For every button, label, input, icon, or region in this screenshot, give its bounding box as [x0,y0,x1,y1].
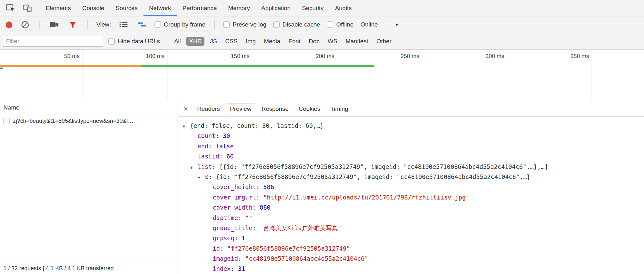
filter-type-css[interactable]: CSS [222,37,240,46]
json-text: : [256,194,263,201]
tabbar-icons [0,0,36,16]
checkbox-label: Offline [336,21,354,28]
timeline-tick-label: 300 ms [485,53,504,60]
json-number: 60 [227,153,234,160]
close-icon[interactable]: × [180,104,191,114]
checkbox-box[interactable] [108,38,115,45]
json-key: imageid [213,255,238,262]
json-text: : [256,183,263,190]
json-text: : [252,224,260,231]
json-string: "台湾美女Kila户外唯美写真" [260,224,342,231]
filter-type-font[interactable]: Font [286,37,303,46]
checkbox-label: Preserve log [233,21,266,28]
json-text: : [208,143,216,150]
chevron-down-icon: ▼ [395,22,399,27]
request-row[interactable]: zj?ch=beauty&t1=595&listtype=new&sn=30&l… [0,114,178,128]
detail-tab-preview[interactable]: Preview [226,104,256,114]
record-icon[interactable] [6,21,12,28]
filter-type-xhr[interactable]: XHR [186,37,204,46]
tree-expand-arrow[interactable]: ▼ [183,122,190,132]
waterfall-view-icon[interactable] [136,19,148,30]
disable-cache-checkbox[interactable]: Disable cache [273,21,320,28]
filter-type-img[interactable]: Img [243,37,259,46]
small-rows-view-icon[interactable] [118,19,129,30]
tree-expand-arrow[interactable]: ▼ [190,163,197,173]
tab-network[interactable]: Network [143,0,177,16]
json-text: {end: false, count: 30, lastid: 60,…} [190,122,324,129]
hide-data-urls-checkbox[interactable]: Hide data URLs [108,38,160,45]
filter-icon[interactable] [67,19,78,30]
filter-type-js[interactable]: JS [207,37,220,46]
filter-type-doc[interactable]: Doc [306,37,322,46]
json-number: 30 [223,132,230,139]
detail-tab-cookies[interactable]: Cookies [295,104,325,114]
offline-checkbox[interactable]: Offline [327,21,354,28]
device-toolbar-icon[interactable] [21,3,33,14]
network-main: Name zj?ch=beauty&t1=595&listtype=new&sn… [0,101,644,274]
request-checkbox[interactable] [3,118,10,124]
timeline-overview[interactable]: 50 ms100 ms150 ms200 ms250 ms300 ms350 m… [0,50,644,101]
timeline-gridline [167,50,167,101]
timeline-gridline [507,50,507,101]
filter-type-list: AllXHRJSCSSImgMediaFontDocWSManifestOthe… [171,37,394,46]
tab-security[interactable]: Security [296,0,330,16]
name-header-label: Name [3,104,20,111]
group-by-frame-checkbox[interactable]: Group by frame [155,21,205,28]
checkbox-box[interactable] [327,21,333,28]
tab-memory[interactable]: Memory [222,0,256,16]
tab-audits[interactable]: Audits [329,0,357,16]
preview-tree-row: grpseq: 1 [178,233,644,243]
waterfall-bar [0,68,3,69]
filter-type-manifest[interactable]: Manifest [343,37,371,46]
json-text: : [234,235,242,241]
filter-input[interactable] [3,36,103,47]
filter-type-media[interactable]: Media [261,37,283,46]
preview-tree-row[interactable]: ▼{end: false, count: 30, lastid: 60,…} [178,121,644,131]
json-key: count [197,132,216,139]
requests-empty-area [0,128,178,263]
tab-application[interactable]: Application [256,0,296,16]
tab-performance[interactable]: Performance [177,0,222,16]
detail-tab-response[interactable]: Response [257,104,293,114]
filter-type-other[interactable]: Other [374,37,394,46]
timeline-tick-label: 50 ms [64,53,80,60]
timeline-tick-label: 250 ms [401,53,419,60]
timeline-gridline [422,50,422,101]
detail-tab-timing[interactable]: Timing [326,104,352,114]
tab-console[interactable]: Console [76,0,110,16]
tab-sources[interactable]: Sources [110,0,143,16]
checkbox-label: Group by frame [164,21,205,28]
json-text: : [{id: "ff276e8056f58896e7cf92505a31274… [212,163,548,170]
inspect-element-icon[interactable] [5,3,16,14]
detail-tab-strip: × HeadersPreviewResponseCookiesTiming [178,101,644,117]
name-column-header[interactable]: Name [0,101,178,114]
tab-elements[interactable]: Elements [40,0,76,16]
preview-pane[interactable]: ▼{end: false, count: 30, lastid: 60,…}co… [178,117,644,274]
json-text: : [252,204,260,211]
filter-type-all[interactable]: All [171,37,184,46]
checkbox-box[interactable] [273,21,280,28]
json-key: cover_imgurl [213,194,256,201]
throttling-select[interactable]: Online ▼ [361,21,399,28]
checkbox-box[interactable] [223,21,230,28]
preview-tree-row[interactable]: ▼0: {id: "ff276e8056f58896e7cf92505a3127… [178,172,644,182]
checkbox-box[interactable] [155,21,161,28]
status-text: 1 / 32 requests | 4.1 KB / 4.1 KB transf… [3,265,114,272]
json-number: false [216,143,234,150]
preserve-log-checkbox[interactable]: Preserve log [223,21,266,28]
throttling-value: Online [361,21,378,28]
filter-type-ws[interactable]: WS [325,37,340,46]
detail-tab-list: HeadersPreviewResponseCookiesTiming [193,104,352,114]
divider [38,3,38,13]
preview-tree-row: lastid: 60 [178,151,644,161]
json-key: cover_width [213,204,252,211]
detail-tab-headers[interactable]: Headers [193,104,224,114]
json-number: 880 [260,204,270,211]
clear-icon[interactable] [19,19,31,30]
capture-screenshots-icon[interactable] [49,19,60,30]
network-toolbar: View: Group by frame Preserve log Disa [0,16,644,33]
preview-tree-row[interactable]: ▼list: [{id: "ff276e8056f58896e7cf92505a… [178,162,644,172]
json-string: "cc48190e57100864abc4d55a2c4104c6" [245,255,368,262]
json-key: dsptime [213,214,238,221]
tree-expand-arrow[interactable]: ▼ [198,173,205,183]
